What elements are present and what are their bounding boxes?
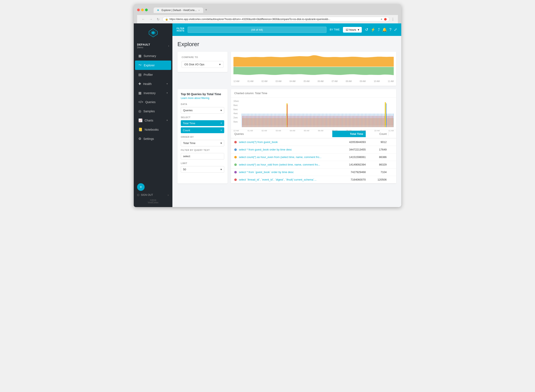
row-dot <box>234 141 237 143</box>
by-time-label: BY TIME <box>330 28 340 31</box>
row-dot <box>234 148 237 151</box>
top-panels-row: COMPARE TO OS Disk I/O Ops ▾ <box>177 52 396 86</box>
default-arrow-icon: › <box>168 44 169 47</box>
row-total-time: 7427929468 <box>332 171 366 174</box>
total-time-remove-icon[interactable]: × <box>220 121 222 125</box>
copyright-text: ©2019 VividCortex <box>137 199 169 204</box>
row-query-link[interactable]: select * from guest_book order by time d… <box>239 148 332 151</box>
row-dot <box>234 171 237 173</box>
sidebar-item-inventory[interactable]: ▦ Inventory ▾ <box>135 89 171 98</box>
sidebar-item-settings[interactable]: ⚙ Settings <box>135 134 171 143</box>
help-button[interactable]: ? <box>389 28 392 32</box>
limit-dropdown[interactable]: 50 ▾ <box>181 166 224 173</box>
row-count: 9012 <box>366 140 387 144</box>
table-menu-icon[interactable]: ⋮ <box>387 132 390 136</box>
row-dot <box>234 156 237 159</box>
count-tag-label: Count <box>183 129 190 132</box>
filter-query-input[interactable] <box>181 153 224 159</box>
bottom-section: Top 50 Queries by Total Time Learn more … <box>177 89 396 183</box>
time-selector[interactable]: 12 hours ▾ <box>343 27 362 33</box>
sidebar: DEFAULT Demo › ▦ Summary 〜 Explorer ▤ Pr… <box>134 23 172 207</box>
notifications-button[interactable]: 🔔 <box>382 27 387 32</box>
compare-to-label: COMPARE TO <box>182 56 223 58</box>
table-row: select * from `guest_book` order by time… <box>231 168 396 176</box>
sidebar-item-samples[interactable]: ◎ Samples <box>135 107 171 116</box>
sidebar-item-notebooks[interactable]: 📒 Notebooks <box>135 125 171 134</box>
bolt-button[interactable]: ⚡ <box>371 27 375 32</box>
top-bar: FILTER HOSTS BY TIME 12 hours ▾ ↺ ⚡ ⤴ 🔔 … <box>172 23 401 36</box>
sign-out-button[interactable]: ⬡ SIGN OUT « <box>137 193 169 197</box>
address-bar[interactable]: 🔒 https://demo.app.vividcortex.com/defau… <box>162 17 390 22</box>
explorer-icon: 〜 <box>138 63 142 67</box>
results-chart-area: 10sec 8sec 6sec 4sec 2sec 0sec <box>231 98 396 130</box>
sidebar-item-label: Notebooks <box>145 128 159 131</box>
count-remove-icon[interactable]: × <box>220 129 222 132</box>
compare-value: OS Disk I/O Ops <box>184 63 204 66</box>
row-query-link[interactable]: select `thread_id`, `event_id`, `digest`… <box>239 178 332 181</box>
sidebar-item-label: Summary <box>143 54 156 58</box>
filter-hosts-label: FILTER <box>177 27 184 30</box>
sidebar-item-label: Health <box>143 82 152 86</box>
table-row: select count(*) as hour_even from (selec… <box>231 154 396 161</box>
table-row: select count(*) as hour_odd from (select… <box>231 161 396 168</box>
add-button[interactable]: + <box>137 183 145 191</box>
notebooks-icon: 📒 <box>138 127 143 131</box>
count-tag[interactable]: Count × <box>181 127 224 133</box>
refresh-button[interactable]: ↺ <box>365 27 368 32</box>
tab-close-icon[interactable]: × <box>198 9 200 11</box>
row-query-link[interactable]: select count(*) as hour_odd from (select… <box>239 163 332 166</box>
sidebar-item-charts[interactable]: 📈 Charts ▾ <box>135 116 171 125</box>
top-chart-card: 0 12 AM 01 AM 02 AM 03 AM 04 AM 05 AM 06 <box>231 52 396 86</box>
share-button[interactable]: ⤴ <box>378 28 380 32</box>
sidebar-item-profiler[interactable]: ▤ Profiler <box>135 70 171 79</box>
traffic-light-yellow[interactable] <box>141 9 144 11</box>
row-count: 17649 <box>366 148 387 151</box>
top-chart-svg: 0 <box>234 54 394 79</box>
logo <box>134 23 172 42</box>
row-count: 120506 <box>366 178 387 181</box>
col-queries-header: Queries <box>234 132 332 135</box>
back-button[interactable]: ← <box>140 17 146 22</box>
traffic-light-green[interactable] <box>145 9 148 11</box>
table-row: select count(?) from guest_book 42053944… <box>231 138 396 146</box>
data-chevron-icon: ▾ <box>220 109 222 112</box>
forward-button[interactable]: → <box>148 17 154 22</box>
sidebar-collapse-icon[interactable]: « <box>167 193 169 197</box>
sidebar-item-health[interactable]: ✚ Health ▾ <box>135 79 171 88</box>
learn-more-link[interactable]: Learn more about filtering <box>181 97 224 100</box>
row-query-link[interactable]: select * from `guest_book` order by time… <box>239 171 332 174</box>
results-chart: 10sec 8sec 6sec 4sec 2sec 0sec <box>234 100 394 127</box>
expand-button[interactable]: ⤢ <box>394 27 397 32</box>
row-total-time: 7164060070 <box>332 178 366 181</box>
traffic-light-red[interactable] <box>137 9 140 11</box>
health-icon: ✚ <box>138 82 141 86</box>
sidebar-item-queries[interactable]: </> Queries <box>135 98 171 107</box>
row-query-link[interactable]: select count(*) as hour_even from (selec… <box>239 155 332 159</box>
row-total-time: 34472213455 <box>332 148 366 151</box>
order-by-label: ORDER BY <box>181 136 224 138</box>
charts-icon: 📈 <box>138 118 143 122</box>
data-dropdown[interactable]: Queries ▾ <box>181 107 224 114</box>
order-by-chevron-icon: ▾ <box>220 141 222 145</box>
filter-hosts-input[interactable] <box>188 27 326 33</box>
compare-chevron-icon: ▾ <box>219 63 221 66</box>
query-panel-title: Top 50 Queries by Total Time <box>181 93 224 96</box>
new-tab-button[interactable]: + <box>203 7 209 13</box>
sidebar-default-section[interactable]: DEFAULT Demo › <box>134 42 172 51</box>
sidebar-item-explorer[interactable]: 〜 Explorer <box>135 61 171 70</box>
browser-tab-active[interactable]: ❖ Explorer | Default - VividCorte... × <box>154 8 203 13</box>
row-query-link[interactable]: select count(?) from guest_book <box>239 140 332 144</box>
total-time-tag[interactable]: Total Time × <box>181 120 224 126</box>
select-label: SELECT <box>181 116 224 119</box>
browser-menu-button[interactable]: ⋮ <box>391 17 395 21</box>
default-label: DEFAULT <box>137 43 150 46</box>
sidebar-nav: ▦ Summary 〜 Explorer ▤ Profiler ✚ Health… <box>134 51 172 143</box>
row-total-time: 42053944093 <box>332 140 366 144</box>
sidebar-item-label: Inventory <box>143 91 156 95</box>
sidebar-item-summary[interactable]: ▦ Summary <box>135 51 171 60</box>
charted-label: Charted column: Total Time <box>234 92 267 95</box>
reload-button[interactable]: ↻ <box>155 17 161 22</box>
tab-title: Explorer | Default - VividCorte... <box>162 9 197 12</box>
compare-dropdown[interactable]: OS Disk I/O Ops ▾ <box>182 61 223 68</box>
order-by-dropdown[interactable]: Total Time ▾ <box>181 140 224 146</box>
